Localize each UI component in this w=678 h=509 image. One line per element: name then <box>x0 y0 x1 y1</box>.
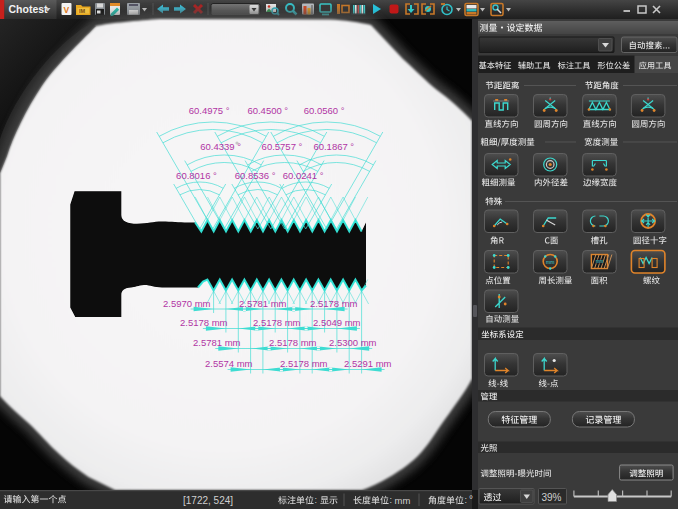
svg-text:2.5178 mm: 2.5178 mm <box>310 298 358 309</box>
svg-text:39%: 39% <box>542 492 562 503</box>
svg-text:60.5757 °: 60.5757 ° <box>262 141 303 152</box>
svg-text:60.8016 °: 60.8016 ° <box>176 170 217 181</box>
svg-text:2.5178 mm: 2.5178 mm <box>180 317 228 328</box>
svg-text:mm: mm <box>546 259 554 265</box>
svg-text:2.5781 mm: 2.5781 mm <box>239 298 287 309</box>
svg-text:2.5574 mm: 2.5574 mm <box>205 358 253 369</box>
svg-text:mm: mm <box>596 259 604 264</box>
svg-text:IM: IM <box>79 8 86 14</box>
svg-text:60.1867 °: 60.1867 ° <box>313 141 354 152</box>
svg-text::: : <box>465 495 468 505</box>
svg-text::: : <box>390 495 393 505</box>
svg-text:2.5781 mm: 2.5781 mm <box>193 337 241 348</box>
svg-text:°: ° <box>469 494 473 505</box>
svg-text:60.4339 °: 60.4339 ° <box>200 141 241 152</box>
svg-text:2.5049 mm: 2.5049 mm <box>313 317 361 328</box>
svg-text:2.5178 mm: 2.5178 mm <box>280 358 328 369</box>
svg-text:[1722, 524]: [1722, 524] <box>183 495 233 506</box>
svg-text:2.5291 mm: 2.5291 mm <box>344 358 392 369</box>
svg-text:60.8536 °: 60.8536 ° <box>235 170 276 181</box>
svg-text::: : <box>315 495 318 505</box>
svg-text:V: V <box>64 5 70 15</box>
svg-text:60.0241 °: 60.0241 ° <box>283 170 324 181</box>
svg-text:60.4500 °: 60.4500 ° <box>247 105 288 116</box>
svg-text:2.5178 mm: 2.5178 mm <box>253 317 301 328</box>
svg-text:2.5300 mm: 2.5300 mm <box>329 337 377 348</box>
svg-text:mm: mm <box>395 495 411 506</box>
svg-text:2.5970 mm: 2.5970 mm <box>163 298 211 309</box>
svg-text:Chotest: Chotest <box>9 3 49 15</box>
svg-text:60.4975 °: 60.4975 ° <box>189 105 230 116</box>
svg-text:60.0560 °: 60.0560 ° <box>304 105 345 116</box>
svg-text:2.5178 mm: 2.5178 mm <box>269 337 317 348</box>
